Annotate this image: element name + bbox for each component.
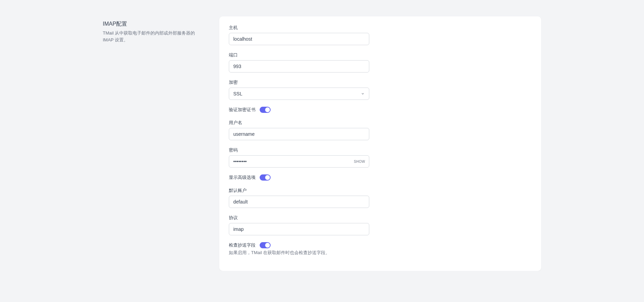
password-wrapper: SHOW — [229, 155, 369, 168]
password-label: 密码 — [229, 147, 532, 153]
username-label: 用户名 — [229, 120, 532, 126]
port-group: 端口 — [229, 52, 532, 73]
encryption-select-wrapper: SSL — [229, 88, 369, 100]
encryption-select[interactable]: SSL — [229, 88, 369, 100]
advanced-toggle[interactable] — [260, 174, 271, 181]
sidebar: IMAP配置 TMail 从中获取电子邮件的内部或外部服务器的 IMAP 设置。 — [103, 16, 219, 271]
check-cc-label: 检查抄送字段 — [229, 242, 256, 248]
encryption-group: 加密 SSL — [229, 79, 532, 100]
username-input[interactable] — [229, 128, 369, 140]
host-label: 主机 — [229, 25, 532, 31]
toggle-knob — [265, 243, 270, 248]
default-account-group: 默认账户 — [229, 187, 532, 208]
toggle-knob — [265, 175, 270, 180]
protocol-label: 协议 — [229, 215, 532, 221]
password-group: 密码 SHOW — [229, 147, 532, 168]
host-group: 主机 — [229, 25, 532, 45]
settings-card: 主机 端口 加密 SSL 验证加密证书 用户名 — [219, 16, 541, 271]
section-description: TMail 从中获取电子邮件的内部或外部服务器的 IMAP 设置。 — [103, 30, 206, 43]
advanced-row: 显示高级选项 — [229, 174, 532, 181]
check-cc-block: 检查抄送字段 如果启用，TMail 在获取邮件时也会检查抄送字段。 — [229, 242, 532, 256]
protocol-group: 协议 — [229, 215, 532, 235]
check-cc-row: 检查抄送字段 — [229, 242, 532, 248]
toggle-knob — [265, 107, 270, 112]
encryption-label: 加密 — [229, 79, 532, 86]
protocol-input[interactable] — [229, 223, 369, 235]
validate-cert-label: 验证加密证书 — [229, 107, 256, 113]
port-input[interactable] — [229, 60, 369, 73]
show-password-button[interactable]: SHOW — [354, 160, 365, 163]
default-account-label: 默认账户 — [229, 187, 532, 194]
check-cc-toggle[interactable] — [260, 242, 271, 248]
default-account-input[interactable] — [229, 196, 369, 208]
section-title: IMAP配置 — [103, 21, 206, 28]
validate-cert-row: 验证加密证书 — [229, 107, 532, 113]
username-group: 用户名 — [229, 120, 532, 140]
port-label: 端口 — [229, 52, 532, 58]
advanced-label: 显示高级选项 — [229, 174, 256, 181]
validate-cert-toggle[interactable] — [260, 107, 271, 113]
settings-container: IMAP配置 TMail 从中获取电子邮件的内部或外部服务器的 IMAP 设置。… — [103, 0, 541, 271]
check-cc-help: 如果启用，TMail 在获取邮件时也会检查抄送字段。 — [229, 250, 532, 256]
host-input[interactable] — [229, 33, 369, 45]
password-input[interactable] — [229, 155, 369, 168]
